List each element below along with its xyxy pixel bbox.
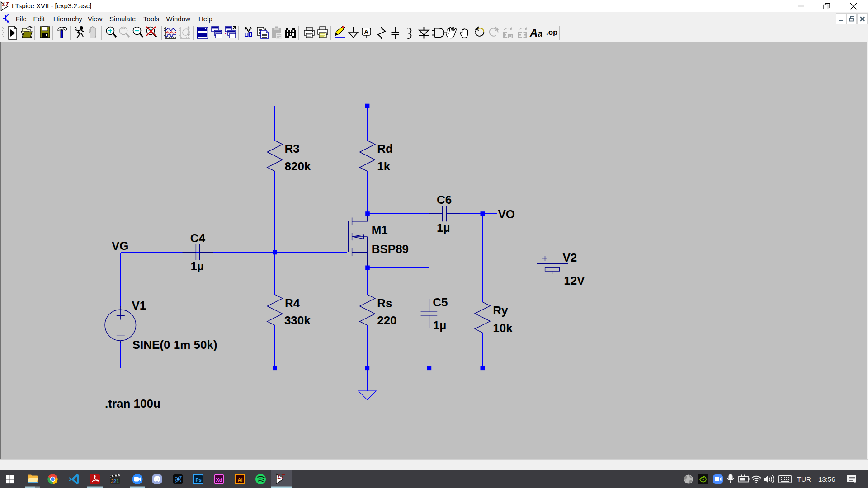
svg-text:Ai: Ai xyxy=(238,477,243,483)
svg-text:A: A xyxy=(364,28,369,35)
svg-text:Aa: Aa xyxy=(529,27,542,39)
svg-text:.op: .op xyxy=(546,28,558,37)
svg-text:321: 321 xyxy=(111,479,119,484)
svg-text:Xd: Xd xyxy=(216,477,222,483)
svg-text:Ps: Ps xyxy=(196,477,202,483)
svg-text:13:56: 13:56 xyxy=(818,475,835,483)
svg-text:TUR: TUR xyxy=(797,475,811,483)
